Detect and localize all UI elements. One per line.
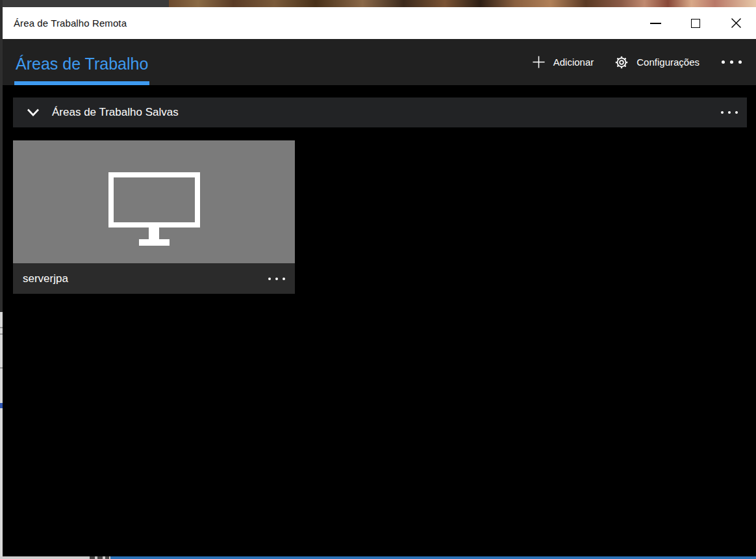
app-header: Áreas de Trabalho Adicionar bbox=[3, 39, 756, 85]
more-icon bbox=[283, 278, 285, 280]
content-area: Áreas de Trabalho Salvas serverjpa bbox=[3, 85, 756, 556]
section-title: Áreas de Trabalho Salvas bbox=[52, 106, 716, 119]
remote-desktop-window: Área de Trabalho Remota Áreas de Trabalh bbox=[3, 7, 756, 556]
settings-button[interactable]: Configurações bbox=[607, 50, 707, 75]
caption-buttons bbox=[635, 7, 756, 39]
maximize-button[interactable] bbox=[675, 7, 716, 39]
window-title: Área de Trabalho Remota bbox=[3, 18, 127, 29]
more-icon bbox=[275, 278, 278, 280]
tile-label-bar: serverjpa bbox=[13, 263, 295, 294]
gear-icon bbox=[614, 55, 629, 70]
desktop-tile-serverjpa[interactable]: serverjpa bbox=[13, 140, 295, 294]
close-icon bbox=[731, 18, 742, 29]
background-bottom-mark bbox=[90, 556, 95, 559]
more-icon bbox=[722, 60, 725, 64]
background-bottom-mark bbox=[97, 556, 103, 559]
more-icon bbox=[738, 60, 742, 64]
chevron-down-icon bbox=[26, 107, 40, 118]
add-button[interactable]: Adicionar bbox=[524, 50, 602, 74]
saved-desktops-section-header[interactable]: Áreas de Trabalho Salvas bbox=[13, 98, 747, 127]
more-icon bbox=[730, 60, 733, 64]
add-button-label: Adicionar bbox=[553, 57, 594, 68]
close-button[interactable] bbox=[716, 7, 756, 39]
screen: Área de Trabalho Remota Áreas de Trabalh bbox=[0, 0, 756, 559]
header-more-button[interactable] bbox=[712, 54, 746, 70]
monitor-icon bbox=[108, 172, 200, 228]
more-icon bbox=[268, 278, 271, 280]
tile-more-button[interactable] bbox=[264, 278, 285, 280]
monitor-icon-stand bbox=[149, 228, 159, 239]
background-bottom-mark bbox=[105, 556, 109, 559]
tile-thumbnail bbox=[13, 140, 295, 263]
titlebar: Área de Trabalho Remota bbox=[3, 7, 756, 39]
section-more-button[interactable] bbox=[716, 111, 738, 114]
more-icon bbox=[721, 111, 724, 114]
background-taskbar-sliver bbox=[110, 556, 756, 559]
more-icon bbox=[735, 111, 738, 114]
background-bottom-strip bbox=[0, 556, 756, 559]
plus-icon bbox=[532, 55, 546, 69]
minimize-icon bbox=[650, 23, 661, 24]
minimize-button[interactable] bbox=[635, 7, 675, 39]
header-commands: Adicionar bbox=[524, 39, 756, 85]
monitor-icon-base bbox=[139, 239, 170, 246]
settings-button-label: Configurações bbox=[636, 57, 699, 68]
more-icon bbox=[728, 111, 731, 114]
tab-desktops[interactable]: Áreas de Trabalho bbox=[14, 56, 149, 85]
maximize-icon bbox=[691, 19, 700, 28]
tile-name: serverjpa bbox=[23, 272, 68, 285]
